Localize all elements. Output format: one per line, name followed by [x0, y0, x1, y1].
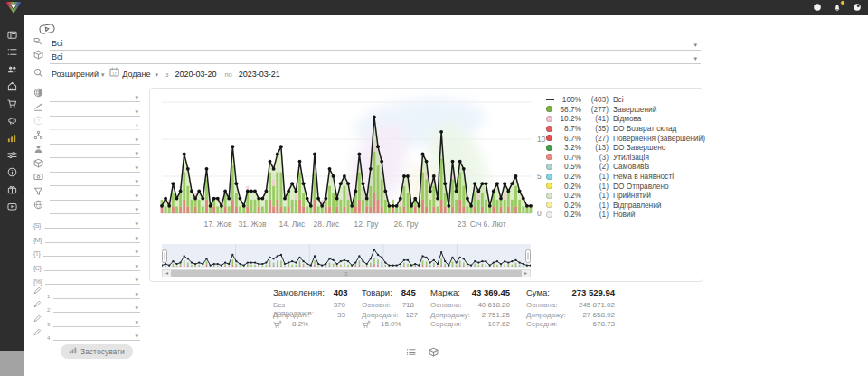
- notification-badge: [840, 0, 845, 5]
- filter-select-15[interactable]: ▾: [53, 288, 140, 299]
- legend-label: Утилізація: [613, 153, 649, 162]
- legend-dot-marker: [546, 145, 552, 151]
- legend-item-7[interactable]: 0.7%(3)Утилізація: [546, 153, 702, 163]
- search-icon[interactable]: [33, 68, 45, 80]
- left-filter-row-1: ▾: [33, 90, 140, 102]
- filter-select-5[interactable]: ▾: [50, 147, 140, 158]
- filter-select-16[interactable]: ▾: [53, 302, 140, 313]
- legend-dot-marker: [546, 106, 552, 112]
- legend-item-9[interactable]: 0.2%(1)Нема в наявності: [546, 172, 702, 182]
- legend-item-13[interactable]: 0.2%(1)Новий: [546, 210, 702, 220]
- filter-select-10[interactable]: ▾: [44, 218, 140, 229]
- legend-item-5[interactable]: 6.7%(27)Повернення (завершений): [546, 133, 702, 143]
- analytics-page: Всі ▾ Всі ▾ Розширений ▾ 17 Додане ▾ з 2…: [0, 0, 868, 376]
- legend-label: Самовивіз: [613, 162, 649, 171]
- search-mode-value: Розширений: [52, 70, 99, 79]
- scrollbar-thumb[interactable]: ≡: [171, 270, 522, 277]
- avatar-icon[interactable]: [852, 2, 863, 13]
- list-icon: [7, 44, 17, 61]
- filter-select-12[interactable]: ▾: [43, 246, 140, 257]
- stat-sub-value: 245 871.02: [579, 301, 615, 311]
- legend-item-3[interactable]: 10.2%(41)Відмова: [546, 114, 702, 124]
- sidebar-item-info[interactable]: [0, 164, 24, 181]
- scroll-right-icon[interactable]: ▸: [522, 270, 530, 277]
- filter-select-2[interactable]: ▾: [50, 106, 140, 117]
- filter-select-6[interactable]: ▾: [50, 162, 140, 173]
- date-from-input[interactable]: 2020-03-20: [172, 70, 219, 80]
- topbar: [0, 0, 868, 15]
- legend-item-12[interactable]: 0.2%(1)Відправлений: [546, 201, 702, 211]
- pencil-index: 2: [47, 307, 50, 313]
- date-field-select[interactable]: 17 Додане ▾: [108, 68, 160, 80]
- legend-item-8[interactable]: 0.5%(2)Самовивіз: [546, 162, 702, 172]
- legend-item-10[interactable]: 0.2%(1)DO Отправлено: [546, 181, 702, 191]
- gift-icon: [7, 182, 17, 198]
- svg-text:23. Січ: 23. Січ: [458, 220, 482, 229]
- bell-icon[interactable]: [832, 2, 843, 13]
- chart-scrollbar[interactable]: ◂ ≡ ▸: [162, 269, 531, 277]
- sidebar-bottom-strip: [0, 351, 24, 376]
- sidebar-item-dashboard[interactable]: [0, 26, 24, 43]
- sidebar-item-customers[interactable]: [0, 61, 24, 78]
- sidebar-item-marketing[interactable]: [0, 112, 24, 129]
- chevron-down-icon: ▾: [135, 136, 138, 144]
- filter-select-9[interactable]: ▾: [50, 203, 140, 214]
- braces-m-icon: {M}: [33, 237, 42, 243]
- filter-select-14[interactable]: ▾: [45, 274, 140, 285]
- sidebar-item-video[interactable]: [0, 198, 24, 215]
- sidebar-item-orders[interactable]: [0, 43, 24, 61]
- legend-item-11[interactable]: 0.2%(1)Прийнятий: [546, 191, 702, 201]
- chevron-down-icon: ▾: [693, 42, 697, 49]
- legend-percent: 6.7%: [556, 134, 581, 143]
- brand-logo-icon[interactable]: [5, 1, 22, 17]
- legend-label: Завершений: [613, 105, 656, 114]
- stat-sub-label: Допродажу:: [430, 311, 470, 321]
- left-filter-row-18: 4▾: [33, 329, 140, 341]
- pencil-4-icon: [33, 324, 46, 340]
- sidebar-item-settings[interactable]: [0, 146, 24, 164]
- legend-label: Відмова: [613, 114, 641, 123]
- filter-select-17[interactable]: ▾: [53, 316, 140, 327]
- legend-count: (3): [585, 153, 609, 162]
- products-filter-value: Всі: [50, 52, 63, 63]
- cart-icon: [7, 96, 17, 112]
- sidebar-item-cart[interactable]: [0, 95, 24, 112]
- legend-item-2[interactable]: 68.7%(277)Завершений: [546, 105, 702, 115]
- stat-sub-value: 8.2%: [292, 320, 308, 330]
- filter-select-11[interactable]: ▾: [45, 232, 140, 243]
- products-filter-select[interactable]: Всі ▾: [50, 52, 701, 64]
- filter-select-4[interactable]: ▾: [50, 134, 140, 145]
- scroll-left-icon[interactable]: ◂: [163, 270, 171, 277]
- status-filter-select[interactable]: Всі ▾: [50, 38, 701, 51]
- legend-item-6[interactable]: 3.2%(13)DO Завершено: [546, 143, 702, 153]
- legend-count: (1): [585, 182, 609, 191]
- legend-label: Новий: [613, 210, 635, 219]
- legend-item-1[interactable]: 100%(403)Всі: [546, 95, 702, 105]
- left-filter-row-3: ?▾: [33, 118, 140, 130]
- chart-range-navigator[interactable]: [162, 244, 531, 268]
- left-filter-row-11: {M}▾: [33, 231, 140, 243]
- search-mode-select[interactable]: Розширений ▾: [50, 68, 102, 80]
- chevron-down-icon: ▾: [135, 122, 138, 129]
- filter-row-search: Розширений ▾ 17 Додане ▾ з 2020-03-20 по…: [33, 67, 283, 80]
- sidebar-item-analytics[interactable]: [0, 129, 24, 146]
- cart-up-icon: [362, 320, 371, 329]
- legend-item-4[interactable]: 8.7%(35)DO Возврат склад: [546, 124, 702, 134]
- filter-select-1[interactable]: ▾: [50, 91, 140, 102]
- sidebar-item-store[interactable]: [0, 78, 24, 95]
- filter-select-18[interactable]: ▾: [53, 330, 140, 341]
- stat-column-3: Маржа:43 369.45Основна:40 618.20Допродаж…: [430, 287, 510, 330]
- rows-icon[interactable]: [406, 344, 416, 361]
- filter-select-8[interactable]: ▾: [50, 190, 140, 201]
- legend-label: DO Возврат склад: [613, 124, 676, 133]
- filter-select-13[interactable]: ▾: [44, 260, 140, 271]
- palette-icon[interactable]: [812, 2, 823, 13]
- date-to-input[interactable]: 2023-03-21: [236, 70, 283, 80]
- sidebar-item-rewards[interactable]: [0, 181, 24, 198]
- stat-column-4: Сума:273 529.94Основна:245 871.02Допрода…: [526, 287, 615, 330]
- stat-title: Маржа:: [430, 287, 460, 297]
- legend-label: Відправлений: [613, 201, 661, 210]
- package-icon[interactable]: [429, 344, 439, 361]
- filter-select-7[interactable]: ▾: [50, 175, 140, 186]
- apply-button[interactable]: Застосувати: [61, 344, 133, 359]
